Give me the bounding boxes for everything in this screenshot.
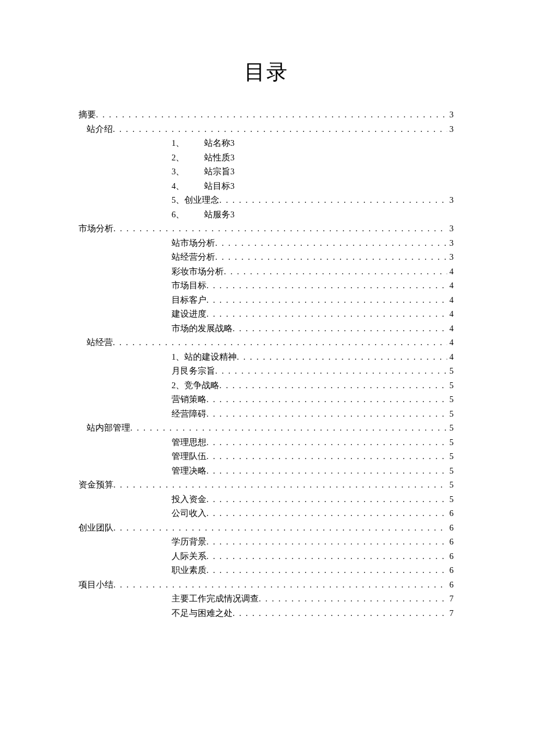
toc-leader [113,122,447,137]
toc-label: 站名称 [204,136,230,151]
toc-line: 2、竞争战略5 [79,378,454,393]
toc-label: 站介绍 [87,122,113,137]
toc-pageno: 3 [230,164,234,179]
toc-pageno: 3 [447,236,454,250]
toc-pageno: 4 [447,293,454,307]
toc-label: 站的建设精神 [184,350,237,364]
toc-leader [215,236,447,250]
toc-line: 营销策略5 [79,392,454,407]
toc-label: 站目标 [204,179,230,194]
toc-label: 站市场分析 [172,236,215,250]
toc-pageno: 5 [447,435,454,450]
toc-leader [233,321,447,336]
toc-leader [113,221,447,236]
toc-pageno: 5 [447,392,454,407]
toc-leader [206,506,447,521]
toc-line: 市场的发展战略4 [79,321,454,336]
toc-label: 市场的发展战略 [172,321,233,336]
toc-line: 摘要3 [79,108,454,122]
toc-line: 不足与困难之处7 [79,606,454,621]
toc-label: 管理思想 [172,435,206,450]
toc-line: 职业素质6 [79,563,454,578]
toc-label: 创业理念 [184,193,219,207]
toc-leader [206,464,447,478]
toc-label: 投入资金 [172,492,206,507]
toc-pageno: 3 [447,193,454,207]
toc-line: 管理队伍5 [79,449,454,464]
toc-leader [206,307,447,321]
toc-pageno: 5 [447,449,454,464]
toc-line: 创业团队6 [79,521,454,535]
toc-line: 市场目标4 [79,278,454,293]
toc-label: 不足与困难之处 [172,606,233,621]
toc-line: 站介绍3 [79,122,454,137]
toc-pageno: 7 [447,606,454,621]
toc-line: 建设进度4 [79,307,454,321]
toc-line: 5、创业理念3 [79,193,454,207]
toc-leader [96,108,447,122]
toc-line: 项目小结6 [79,578,454,592]
toc-line: 站市场分析3 [79,236,454,250]
toc-leader [219,378,447,393]
toc-leader [206,278,447,293]
toc-label: 彩妆市场分析 [172,264,224,279]
toc-number: 2、 [172,378,184,393]
toc-line: 管理思想5 [79,435,454,450]
toc-number: 2、 [172,151,204,165]
toc-line: 人际关系6 [79,549,454,564]
toc-number: 6、 [172,207,204,222]
toc-leader [224,264,447,279]
toc-leader [219,193,447,207]
document-page: 目录 摘要3站介绍31、站名称32、站性质33、站宗旨34、站目标35、创业理念… [0,0,535,756]
toc-label: 公司收入 [172,506,206,521]
toc-line: 1、站名称3 [79,136,454,151]
toc-number: 5、 [172,193,184,207]
toc-line: 彩妆市场分析4 [79,264,454,279]
toc-leader [237,350,447,364]
toc-label: 竞争战略 [184,378,219,393]
toc-leader [215,364,447,378]
toc-line: 经营障碍5 [79,407,454,421]
toc-pageno: 3 [230,151,234,165]
toc-label: 资金预算 [79,478,113,492]
toc-number: 3、 [172,164,204,179]
toc-label: 经营障碍 [172,407,206,421]
toc-line: 资金预算5 [79,478,454,492]
toc-leader [206,563,447,578]
toc-line: 主要工作完成情况调查7 [79,592,454,606]
toc-label: 市场分析 [79,221,113,236]
toc-leader [113,578,447,592]
toc-label: 管理队伍 [172,449,206,464]
toc-pageno: 3 [230,136,234,151]
toc-line: 站经营分析3 [79,250,454,264]
toc-pageno: 7 [447,592,454,606]
toc-label: 主要工作完成情况调查 [172,592,259,606]
toc-pageno: 4 [447,350,454,364]
toc-leader [113,478,447,492]
toc-line: 公司收入6 [79,506,454,521]
toc-leader [259,592,447,606]
toc-leader [233,606,447,621]
toc-pageno: 5 [447,421,454,435]
toc-pageno: 3 [230,179,234,194]
toc-line: 目标客户4 [79,293,454,307]
toc-line: 站内部管理5 [79,421,454,435]
toc-pageno: 3 [447,221,454,236]
toc-pageno: 5 [447,464,454,478]
toc-label: 摘要 [79,108,96,122]
toc-pageno: 3 [447,122,454,137]
toc-label: 月艮务宗旨 [172,364,215,378]
toc-label: 站性质 [204,151,230,165]
toc-line: 3、站宗旨3 [79,164,454,179]
toc-line: 管理决略5 [79,464,454,478]
toc-pageno: 4 [447,278,454,293]
toc-label: 目标客户 [172,293,206,307]
toc-label: 站服务 [204,207,230,222]
toc-pageno: 5 [447,407,454,421]
toc-pageno: 3 [230,207,234,222]
toc-pageno: 6 [447,578,454,592]
toc-label: 营销策略 [172,392,206,407]
toc-line: 投入资金5 [79,492,454,507]
toc-leader [113,335,447,350]
toc-label: 人际关系 [172,549,206,564]
